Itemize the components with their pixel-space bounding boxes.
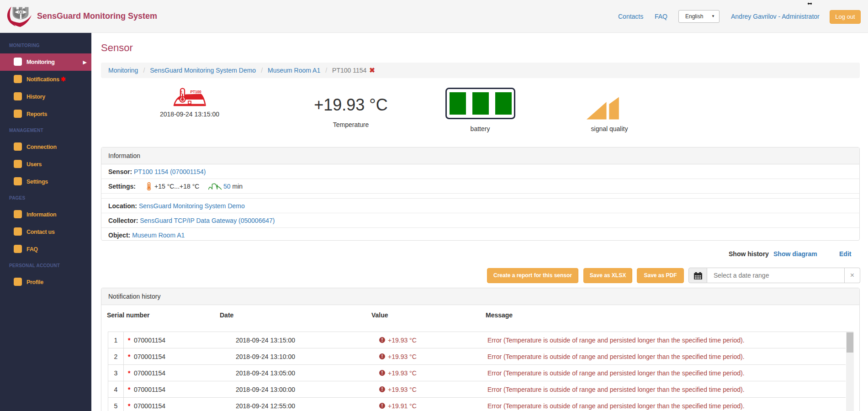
svg-text:PT100: PT100	[191, 90, 202, 94]
